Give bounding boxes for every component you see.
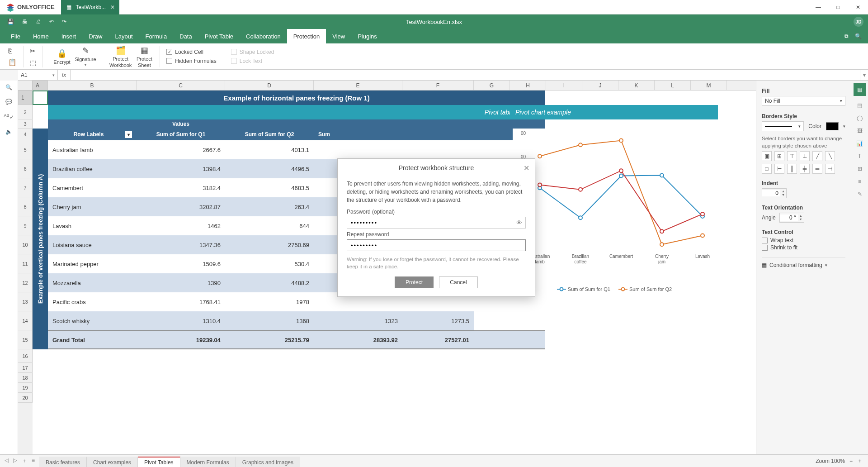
sheet-tab[interactable]: Modern Formulas (180, 457, 236, 467)
cell-panel-icon[interactable]: ▦ (854, 83, 866, 96)
row-header-6[interactable]: 6 (18, 159, 33, 178)
row-header-16[interactable]: 16 (18, 349, 33, 363)
spellcheck-icon[interactable]: AB✓ (4, 113, 14, 120)
row-header-19[interactable]: 19 (18, 383, 33, 393)
chart-panel-icon[interactable]: 📊 (856, 140, 863, 147)
col-header-K[interactable]: K (618, 81, 655, 90)
check-shrink[interactable]: Shrink to fit (762, 244, 845, 251)
row-header-13[interactable]: 13 (18, 292, 33, 311)
row-header-9[interactable]: 9 (18, 216, 33, 235)
close-button[interactable]: ✕ (848, 0, 868, 14)
sheet-tab[interactable]: Graphics and images (236, 457, 300, 467)
check-hidden-formulas[interactable]: Hidden Formulas (166, 58, 216, 64)
indent-spinner[interactable]: ▲▼ (762, 188, 787, 198)
check-wrap[interactable]: Wrap text (762, 237, 845, 243)
paste-icon[interactable]: 📋 (5, 57, 19, 68)
next-sheet-icon[interactable]: ▷ (13, 457, 17, 465)
maximize-button[interactable]: □ (828, 0, 848, 14)
col-header-B[interactable]: B (48, 81, 137, 90)
encrypt-button[interactable]: 🔒Encrypt (51, 46, 73, 67)
col-header-M[interactable]: M (691, 81, 727, 90)
sheet-tab[interactable]: Chart examples (87, 457, 138, 467)
quickprint-icon[interactable]: 🖨 (36, 19, 41, 25)
select-icon[interactable]: ⬚ (27, 57, 39, 68)
tab-file[interactable]: File (5, 29, 27, 43)
tab-layout[interactable]: Layout (109, 29, 139, 43)
tab-home[interactable]: Home (27, 29, 55, 43)
tab-pivot[interactable]: Pivot Table (198, 29, 240, 43)
tab-insert[interactable]: Insert (55, 29, 83, 43)
row-header-1[interactable]: 1 (18, 91, 33, 105)
angle-spinner[interactable]: ▲▼ (779, 213, 804, 223)
row-header-17[interactable]: 17 (18, 363, 33, 373)
cut-icon[interactable]: ✂ (27, 46, 39, 57)
comments-icon[interactable]: 💬 (5, 99, 12, 105)
signature-panel-icon[interactable]: ✎ (858, 191, 862, 197)
border-diag1-icon[interactable]: ╱ (812, 151, 822, 161)
row-header-12[interactable]: 12 (18, 273, 33, 292)
border-outer-icon[interactable]: ▣ (762, 151, 772, 161)
row-header-4[interactable]: 4 (18, 129, 33, 140)
border-diag2-icon[interactable]: ╲ (825, 151, 835, 161)
cancel-button[interactable]: Cancel (439, 276, 478, 288)
row-labels-header[interactable]: Row Labels▾ (48, 129, 137, 140)
tab-protection[interactable]: Protection (287, 29, 326, 43)
fill-select[interactable]: No Fill▾ (762, 96, 845, 106)
sheet-tab[interactable]: Pivot Tables (138, 457, 180, 467)
text-panel-icon[interactable]: T (858, 153, 861, 159)
border-top-icon[interactable]: ⊤ (787, 151, 797, 161)
check-locked-cell[interactable]: ✓Locked Cell (166, 49, 216, 55)
tab-plugins[interactable]: Plugins (351, 29, 383, 43)
pivot-chart[interactable]: 00000000000AustralianlambBraziliancoffee… (513, 129, 716, 300)
document-tab[interactable]: ▦ TestWorkb... ✕ (61, 0, 119, 14)
sheet-tab[interactable]: Basic features (39, 457, 87, 467)
tab-draw[interactable]: Draw (82, 29, 108, 43)
col-header-L[interactable]: L (655, 81, 691, 90)
dialog-title-bar[interactable]: Protect workbook structure ✕ (338, 159, 535, 177)
row-header-2[interactable]: 2 (18, 105, 33, 119)
search-icon[interactable]: 🔍 (5, 84, 12, 91)
border-right-icon[interactable]: ⊣ (825, 164, 835, 174)
color-swatch[interactable] (826, 122, 839, 130)
col-header-F[interactable]: F (402, 81, 474, 90)
col-header-G[interactable]: G (474, 81, 510, 90)
zoom-out-icon[interactable]: − (849, 458, 853, 464)
redo-icon[interactable]: ↷ (62, 19, 66, 25)
close-icon[interactable]: ✕ (110, 4, 115, 10)
col-header-E[interactable]: E (314, 81, 402, 90)
row-header-11[interactable]: 11 (18, 254, 33, 273)
col-header-D[interactable]: D (225, 81, 314, 90)
border-left-icon[interactable]: ⊢ (774, 164, 784, 174)
tab-view[interactable]: View (326, 29, 351, 43)
row-header-14[interactable]: 14 (18, 311, 33, 330)
fx-icon[interactable]: fx (58, 70, 71, 80)
row-header-8[interactable]: 8 (18, 197, 33, 216)
open-location-icon[interactable]: ⧉ (844, 33, 849, 39)
close-icon[interactable]: ✕ (524, 164, 529, 172)
border-mid-icon[interactable]: ═ (812, 164, 822, 174)
col-header-A[interactable]: A (33, 81, 48, 91)
col-header-I[interactable]: I (546, 81, 582, 90)
border-inh-icon[interactable]: ╪ (800, 164, 810, 174)
row-header-7[interactable]: 7 (18, 178, 33, 197)
search-icon[interactable]: 🔍 (855, 33, 862, 39)
protect-workbook-button[interactable]: 🗂️ProtectWorkbook (109, 46, 132, 67)
col-header-H[interactable]: H (510, 81, 546, 90)
cond-format-button[interactable]: ▦Conditional formatting▾ (762, 257, 845, 268)
repeat-password-input[interactable] (347, 239, 526, 251)
signature-button[interactable]: ✎Signature▾ (75, 46, 96, 67)
expand-formula-icon[interactable]: ▾ (860, 70, 868, 80)
undo-icon[interactable]: ↶ (49, 19, 54, 25)
first-sheet-icon[interactable]: ◁ (5, 457, 9, 465)
col-header-J[interactable]: J (582, 81, 618, 90)
tab-data[interactable]: Data (173, 29, 198, 43)
border-style-select[interactable]: ▾ (762, 121, 804, 131)
password-input[interactable] (347, 217, 526, 229)
row-header-18[interactable]: 18 (18, 373, 33, 383)
col-header-C[interactable]: C (137, 81, 225, 90)
row-header-10[interactable]: 10 (18, 235, 33, 254)
copy-icon[interactable]: ⎘ (5, 46, 19, 56)
border-all-icon[interactable]: ⊞ (774, 151, 784, 161)
minimize-button[interactable]: ― (808, 0, 828, 14)
print-icon[interactable]: 🖶 (22, 19, 28, 25)
